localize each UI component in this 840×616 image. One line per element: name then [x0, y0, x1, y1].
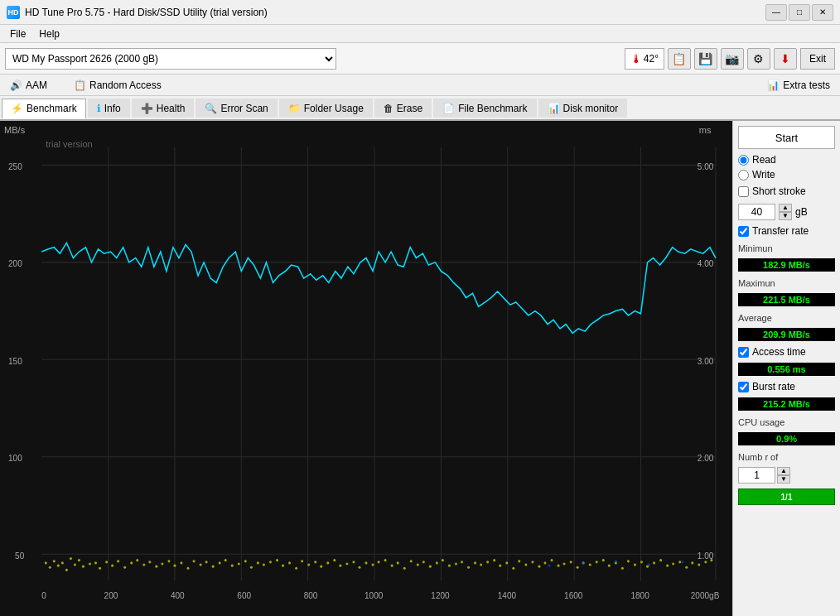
write-radio[interactable]	[738, 170, 749, 180]
minimize-button[interactable]: —	[765, 4, 787, 21]
nav-extra-tests[interactable]: 📊 Extra tests	[762, 78, 835, 93]
burst-rate-checkbox-label[interactable]: Burst rate	[738, 381, 835, 392]
svg-point-106	[442, 559, 444, 561]
svg-point-125	[563, 562, 566, 565]
menu-help[interactable]: Help	[32, 26, 66, 41]
average-value: 209.9 MB/s	[738, 328, 835, 341]
transfer-rate-checkbox-label[interactable]: Transfer rate	[738, 225, 835, 237]
progress-fill: 1/1	[739, 489, 834, 504]
svg-point-72	[224, 559, 227, 561]
settings-icon-btn[interactable]: ⚙	[747, 48, 770, 70]
write-radio-label[interactable]: Write	[738, 169, 835, 180]
svg-point-114	[493, 559, 495, 561]
tab-info[interactable]: ℹ Info	[88, 99, 130, 118]
svg-point-86	[314, 561, 316, 563]
read-radio[interactable]	[738, 155, 749, 166]
svg-point-75	[244, 560, 247, 562]
num-of-input[interactable]	[738, 467, 775, 484]
short-stroke-up[interactable]: ▲	[779, 204, 792, 212]
svg-point-107	[448, 565, 451, 567]
svg-point-83	[295, 567, 297, 570]
tab-disk-monitor[interactable]: 📊 Disk monitor	[538, 99, 628, 118]
svg-point-153	[681, 561, 683, 563]
svg-point-85	[307, 563, 310, 565]
svg-point-118	[518, 560, 520, 562]
svg-point-120	[531, 561, 533, 563]
nav-aam[interactable]: 🔊 AAM	[5, 78, 52, 93]
download-icon-btn[interactable]: ⬇	[774, 48, 797, 70]
close-button[interactable]: ✕	[812, 4, 833, 21]
svg-text:1800: 1800	[630, 590, 649, 599]
main-content: MB/s 250 200 150 100 50 ms 5.00 4.00 3.0…	[0, 121, 840, 616]
health-icon: ➕	[141, 103, 153, 114]
num-of-up[interactable]: ▲	[777, 467, 790, 475]
svg-text:2.00: 2.00	[698, 454, 714, 463]
svg-point-90	[339, 565, 341, 567]
short-stroke-checkbox[interactable]	[738, 186, 749, 197]
svg-point-80	[276, 559, 278, 561]
svg-point-84	[301, 560, 303, 562]
svg-point-63	[167, 560, 170, 562]
svg-point-126	[570, 561, 572, 563]
tab-health[interactable]: ➕ Health	[132, 99, 195, 118]
tab-error-scan[interactable]: 🔍 Error Scan	[196, 99, 277, 118]
nav-random-access[interactable]: 📋 Random Access	[69, 78, 167, 93]
burst-rate-checkbox[interactable]	[738, 382, 749, 392]
camera-icon-btn[interactable]: 📷	[721, 48, 744, 70]
svg-point-60	[148, 561, 151, 563]
svg-point-141	[666, 565, 669, 567]
menubar: File Help	[0, 25, 840, 43]
svg-point-111	[474, 561, 476, 564]
svg-text:3.00: 3.00	[698, 356, 714, 365]
transfer-rate-checkbox[interactable]	[738, 226, 749, 237]
num-of-down[interactable]: ▼	[777, 475, 790, 484]
short-stroke-row: ▲ ▼ gB	[738, 204, 835, 220]
exit-button[interactable]: Exit	[800, 48, 835, 70]
right-panel: Start Read Write Short stroke ▲ ▼ gB	[732, 121, 840, 616]
svg-point-56	[123, 566, 126, 569]
svg-text:0: 0	[41, 590, 46, 599]
access-time-checkbox[interactable]	[738, 347, 749, 358]
short-stroke-checkbox-label[interactable]: Short stroke	[738, 185, 835, 197]
svg-point-101	[410, 560, 413, 562]
svg-text:ms: ms	[699, 125, 712, 135]
tab-folder-usage[interactable]: 📁 Folder Usage	[279, 99, 373, 118]
svg-text:1400: 1400	[498, 590, 517, 599]
health-icon-btn[interactable]: 💾	[694, 48, 717, 70]
svg-point-137	[640, 561, 643, 563]
temperature-indicator: 🌡 42°	[625, 48, 664, 70]
svg-point-132	[608, 565, 611, 567]
svg-text:200: 200	[104, 590, 118, 599]
short-stroke-input[interactable]	[738, 204, 775, 220]
tab-file-benchmark[interactable]: 📄 File Benchmark	[433, 99, 536, 118]
svg-point-78	[263, 563, 265, 565]
svg-point-58	[136, 559, 138, 561]
short-stroke-down[interactable]: ▼	[779, 212, 792, 220]
short-stroke-unit: gB	[795, 206, 808, 218]
maximize-button[interactable]: □	[789, 4, 810, 21]
folder-icon: 📁	[288, 103, 301, 114]
svg-text:1.00: 1.00	[698, 551, 714, 560]
svg-point-123	[551, 559, 553, 561]
svg-text:trial version: trial version	[46, 139, 92, 149]
extra-tests-icon: 📊	[767, 79, 780, 91]
num-of-label: Numb r of	[738, 452, 835, 462]
tab-erase[interactable]: 🗑 Erase	[374, 99, 432, 118]
svg-point-42	[53, 560, 56, 562]
progress-bar: 1/1	[738, 488, 835, 505]
svg-point-143	[678, 561, 681, 563]
start-button[interactable]: Start	[738, 126, 835, 149]
svg-text:250: 250	[8, 161, 22, 171]
svg-point-144	[685, 566, 688, 569]
svg-text:800: 800	[304, 590, 318, 599]
svg-rect-0	[0, 121, 732, 616]
tab-benchmark[interactable]: ⚡ Benchmark	[2, 99, 86, 119]
menu-file[interactable]: File	[3, 26, 32, 41]
drive-selector[interactable]: WD My Passport 2626 (2000 gB)	[5, 48, 336, 70]
svg-text:400: 400	[171, 590, 185, 599]
svg-point-43	[57, 565, 60, 567]
read-radio-label[interactable]: Read	[738, 154, 835, 166]
svg-point-95	[372, 563, 374, 565]
access-time-checkbox-label[interactable]: Access time	[738, 346, 835, 358]
info-icon-btn[interactable]: 📋	[668, 48, 691, 70]
